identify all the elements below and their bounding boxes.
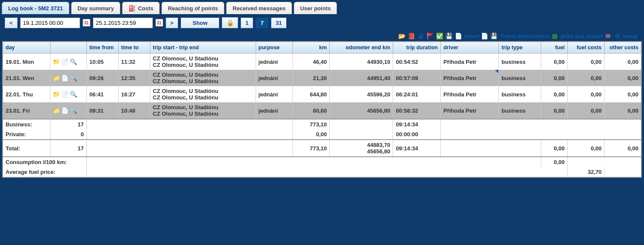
col-trip[interactable]: trip start - trip end (150, 42, 256, 54)
document-icon[interactable]: 📄 (62, 91, 69, 98)
col-duration[interactable]: trip duration (393, 42, 441, 54)
col-other-costs[interactable]: other costs (605, 42, 642, 54)
col-time-to[interactable]: time to (118, 42, 150, 54)
date-from-input[interactable] (20, 18, 80, 28)
summary-total-other: 0,00 (605, 140, 642, 157)
email-icon: ✉ (605, 33, 611, 39)
cell-actions: 📁 📄 🔍 (50, 70, 86, 86)
summary-total-label: Total: (3, 140, 50, 157)
table-row[interactable]: 19.01. Mon 📁 📄 🔍 10:05 11:32 CZ Olomouc,… (3, 54, 641, 70)
cell-time-to: 10:48 (118, 102, 150, 119)
calendar-from-icon[interactable]: 31 (83, 19, 90, 27)
folder-icon[interactable]: 📁 (53, 91, 60, 98)
calendar-to-icon[interactable]: 31 (155, 19, 163, 27)
tab-received-messages[interactable]: Received messages (226, 2, 292, 14)
action-toolbar: 📂 📕 🖨 🚩 ✅ 💾 📄 insert 📄 💾 Travel instruct… (2, 31, 642, 41)
col-trip-type[interactable]: trip type (499, 42, 541, 54)
table-row[interactable]: 22.01. Thu 📁 📄 🔍 06:41 16:27 CZ Olomouc,… (3, 86, 641, 102)
cell-driver: Příhoda Petr (441, 102, 499, 119)
cell-km: 644,80 (292, 86, 329, 102)
gear-icon: ⚙ (614, 33, 621, 39)
insert-doc-icon: 📄 (481, 33, 488, 39)
show-button[interactable]: Show (181, 18, 219, 28)
cell-time-to: 16:27 (118, 86, 150, 102)
search-icon[interactable]: 🔍 (70, 91, 77, 98)
cell-other-costs: 0,00 (605, 86, 642, 102)
check-icon[interactable]: ✅ (436, 33, 443, 39)
cell-duration: 00:57:09 (393, 70, 441, 86)
cell-fuel: 0,00 (541, 102, 567, 119)
flag-icon[interactable]: 🚩 (426, 33, 433, 39)
cell-trip-type: business (499, 102, 541, 119)
tab-log-book[interactable]: Log book - 5M2 3721 (2, 2, 69, 14)
search-icon[interactable]: 🔍 (70, 107, 77, 114)
cell-purpose: jednání (256, 102, 292, 119)
cell-driver: Příhoda Petr (441, 54, 499, 70)
summary-total-fuel-costs: 0,00 (567, 140, 604, 157)
col-driver[interactable]: driver (441, 42, 499, 54)
travel-instructions-link[interactable]: Travel instructions ▦ (500, 33, 558, 39)
cell-time-to: 11:32 (118, 54, 150, 70)
add-red-icon[interactable]: 📕 (408, 33, 414, 39)
range-1-button[interactable]: 1 (241, 18, 253, 28)
folder-icon[interactable]: 📁 (53, 75, 60, 81)
col-time-from[interactable]: time from (86, 42, 118, 54)
cell-duration: 06:24:01 (393, 86, 441, 102)
print-export-link[interactable]: print and export ✉ (561, 33, 611, 39)
lock-button[interactable]: 🔒 (222, 17, 238, 28)
cell-fuel-costs: 0,00 (567, 86, 604, 102)
log-table: day time from time to trip start - trip … (2, 41, 642, 178)
col-odo[interactable]: odometer end km (330, 42, 393, 54)
col-day[interactable]: day (3, 42, 50, 54)
tab-user-points[interactable]: User points (294, 2, 337, 14)
add-green-icon[interactable]: 📂 (398, 33, 405, 39)
summary-business-count: 17 (50, 119, 86, 129)
document-icon[interactable]: 📄 (62, 107, 69, 114)
avg-fuel-label: Average fuel price: (3, 167, 86, 177)
table-row[interactable]: 21.01. Wen 📁 📄 🔍 09:26 12:35 CZ Olomouc,… (3, 70, 641, 86)
cell-actions: 📁 📄 🔍 (50, 86, 86, 102)
document-icon[interactable]: 📄 (62, 58, 69, 65)
col-fuel[interactable]: fuel (541, 42, 567, 54)
col-km[interactable]: km (292, 42, 329, 54)
summary-business-km: 773,10 (292, 119, 329, 129)
insert-link[interactable]: insert 📄 (464, 33, 488, 39)
tab-costs[interactable]: ⛽ Costs (122, 2, 160, 14)
document-icon[interactable]: 📄 (62, 75, 69, 81)
cell-day: 19.01. Mon (3, 54, 50, 70)
cell-time-from: 06:41 (86, 86, 118, 102)
col-fuel-costs[interactable]: fuel costs (567, 42, 604, 54)
cell-time-to: 12:35 (118, 70, 150, 86)
range-7-button[interactable]: 7 (256, 18, 268, 28)
date-to-input[interactable] (93, 18, 153, 28)
summary-total-dur: 09:14:34 (393, 140, 441, 157)
tab-reaching-points[interactable]: Reaching of points (161, 2, 224, 14)
cell-purpose: jednání (256, 70, 292, 86)
summary-total-odo: 44883,70 45656,80 (330, 140, 393, 157)
next-button[interactable]: > (166, 18, 179, 28)
cell-other-costs: 0,00 (605, 54, 642, 70)
cell-fuel-costs: 0,00 (567, 70, 604, 86)
cell-purpose: jednání (256, 86, 292, 102)
tab-costs-label: Costs (138, 5, 153, 12)
cell-fuel: 0,00 (541, 54, 567, 70)
cell-actions: 📁 📄 🔍 (50, 54, 86, 70)
prev-button[interactable]: < (5, 18, 18, 28)
table-row[interactable]: 23.01. Fri 📁 📄 🔍 09:31 10:48 CZ Olomouc,… (3, 102, 641, 119)
folder-icon[interactable]: 📁 (53, 58, 60, 65)
range-31-button[interactable]: 31 (271, 18, 286, 28)
tab-day-summary[interactable]: Day summary (71, 2, 120, 14)
setup-link[interactable]: ⚙ setup (614, 33, 638, 39)
cell-fuel-costs: 0,00 (567, 102, 604, 119)
save-icon[interactable]: 💾 (445, 33, 452, 39)
print-icon[interactable]: 🖨 (417, 33, 424, 39)
col-purpose[interactable]: purpose (256, 42, 292, 54)
col-icons (50, 42, 86, 54)
new-doc-icon[interactable]: 📄 (455, 33, 462, 39)
disk-icon[interactable]: 💾 (491, 33, 498, 39)
cell-km: 21,30 (292, 70, 329, 86)
search-icon[interactable]: 🔍 (70, 58, 77, 65)
search-icon[interactable]: 🔍 (70, 75, 77, 81)
folder-icon[interactable]: 📁 (53, 107, 60, 114)
excel-icon: ▦ (551, 33, 558, 39)
